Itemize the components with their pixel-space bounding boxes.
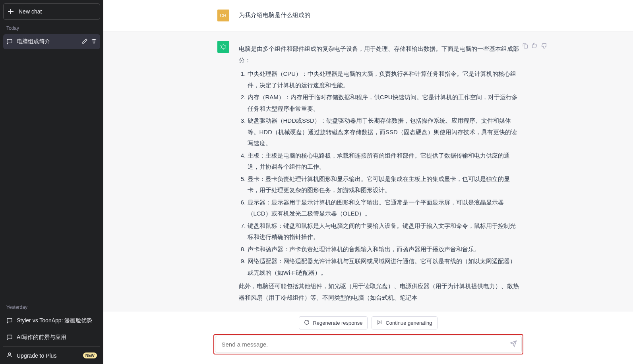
sidebar-item-active[interactable]: 电脑组成简介 (3, 34, 100, 49)
assistant-turn: 电脑是由多个组件和部件组成的复杂电子设备，用于处理、存储和输出数据。下面是电脑的… (103, 31, 633, 312)
avatar (217, 41, 229, 53)
plus-icon (8, 8, 14, 15)
continue-label: Continue generating (385, 320, 432, 326)
section-yesterday: Yesterday (3, 300, 100, 312)
list-item: 中央处理器（CPU）：中央处理器是电脑的大脑，负责执行各种计算任务和指令。它是计… (248, 68, 519, 91)
section-today: Today (3, 21, 100, 33)
continue-button[interactable]: Continue generating (372, 316, 437, 329)
list-item: 硬盘驱动器（HDD或SSD）：硬盘驱动器用于长期存储数据，包括操作系统、应用程序… (248, 115, 519, 149)
send-icon[interactable] (510, 340, 517, 349)
assistant-list: 中央处理器（CPU）：中央处理器是电脑的大脑，负责执行各种计算任务和指令。它是计… (239, 68, 519, 278)
footer: Regenerate response Continue generating (103, 312, 633, 364)
sidebar-item[interactable]: AI写作的前景与应用 (3, 330, 100, 345)
list-item: 内存（RAM）：内存用于临时存储数据和程序，供CPU快速访问。它是计算机的工作空… (248, 92, 519, 114)
list-item: 声卡和扬声器：声卡负责处理计算机的音频输入和输出，而扬声器用于播放声音和音乐。 (248, 244, 519, 255)
message-input[interactable] (222, 341, 502, 348)
list-item: 显示器：显示器用于显示计算机的图形和文字输出。它通常是一个平面显示屏，可以是液晶… (248, 197, 519, 220)
upgrade-button[interactable]: Upgrade to Plus NEW (3, 347, 100, 361)
main-area: CH 为我介绍电脑是什么组成的 电脑是由多个组件和部件组成的复杂电子设备，用于处… (103, 0, 633, 364)
avatar: CH (217, 10, 229, 21)
upgrade-label: Upgrade to Plus (17, 352, 56, 359)
thumbs-down-icon[interactable] (541, 42, 547, 50)
assistant-intro: 电脑是由多个组件和部件组成的复杂电子设备，用于处理、存储和输出数据。下面是电脑的… (239, 43, 519, 66)
continue-icon (377, 320, 382, 326)
sidebar-item[interactable]: Styler vs ToonApp: 漫画脸优势 (3, 313, 100, 328)
sidebar: New chat Today 电脑组成简介 Yesterday Styler v… (0, 0, 103, 364)
svg-marker-3 (378, 320, 380, 324)
new-badge: NEW (83, 352, 97, 358)
delete-icon[interactable] (91, 38, 97, 45)
svg-rect-2 (524, 45, 528, 48)
sidebar-item-label: Styler vs ToonApp: 漫画脸优势 (17, 317, 97, 324)
message-input-wrap (213, 334, 523, 354)
assistant-message: 电脑是由多个组件和部件组成的复杂电子设备，用于处理、存储和输出数据。下面是电脑的… (239, 41, 519, 306)
copy-icon[interactable] (522, 42, 528, 50)
edit-icon[interactable] (82, 38, 88, 45)
user-icon (6, 352, 13, 359)
svg-point-0 (8, 353, 10, 355)
list-item: 网络适配器：网络适配器允许计算机与互联网或局域网进行通信。它可以是有线的（如以太… (248, 256, 519, 278)
sidebar-item-label: AI写作的前景与应用 (17, 334, 97, 341)
list-item: 主板：主板是电脑的核心电路板，承载和连接所有的组件和部件。它提供了数据传输和电力… (248, 150, 519, 173)
regenerate-button[interactable]: Regenerate response (299, 316, 368, 329)
conversation-scroll[interactable]: CH 为我介绍电脑是什么组成的 电脑是由多个组件和部件组成的复杂电子设备，用于处… (103, 0, 633, 312)
svg-point-1 (221, 45, 225, 49)
chat-icon (6, 318, 13, 324)
assistant-outro: 此外，电脑还可能包括其他组件，如光驱（用于读取光盘）、电源供应器（用于为计算机提… (239, 281, 519, 303)
thumbs-up-icon[interactable] (531, 42, 538, 50)
user-message: 为我介绍电脑是什么组成的 (239, 10, 519, 21)
new-chat-label: New chat (19, 8, 42, 15)
list-item: 显卡：显卡负责处理计算机图形和显示输出。它可以是集成在主板上的集成显卡，也可以是… (248, 173, 519, 196)
regenerate-label: Regenerate response (313, 320, 362, 326)
chat-icon (6, 39, 13, 45)
chat-icon (6, 334, 13, 341)
message-actions (522, 42, 547, 50)
new-chat-button[interactable]: New chat (3, 3, 100, 20)
list-item: 键盘和鼠标：键盘和鼠标是人与电脑之间的主要输入设备。键盘用于输入文字和命令，鼠标… (248, 220, 519, 243)
user-turn: CH 为我介绍电脑是什么组成的 (103, 0, 633, 31)
sidebar-item-label: 电脑组成简介 (17, 38, 78, 45)
refresh-icon (304, 320, 310, 326)
